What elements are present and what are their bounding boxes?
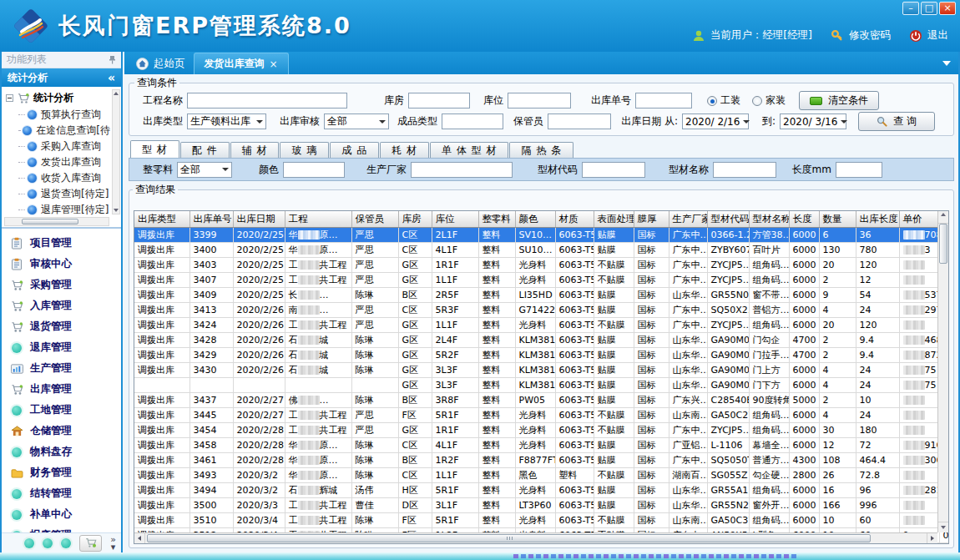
material-tab[interactable]: 配 件 [180,142,230,158]
material-tab[interactable]: 耗 材 [380,142,429,158]
tab-active[interactable]: 发货出库查询 × [194,53,289,74]
tree-item[interactable]: 预算执行查询 [6,107,110,123]
table-row[interactable]: 调拨出库35002020/3/3工共工程曹佳D区3L1F整料LT3P606063… [134,497,949,512]
material-tab[interactable]: 单 体 型 材 [430,142,508,158]
sidebar-item-补单中心[interactable]: 补单中心 [2,504,121,525]
date-from-select[interactable]: 2020/ 2/16 [682,114,749,129]
table-row[interactable]: 调拨出库34452020/2/27工共工程严思F区5R1F整料光身料6063-T… [134,407,949,422]
close-button[interactable]: × [939,2,956,15]
warehouse-input[interactable] [408,93,470,108]
grid-vscroll-thumb[interactable] [939,224,947,264]
column-header[interactable]: 生产厂家 [669,211,707,227]
sidebar-item-仓储管理[interactable]: 仓储管理 [2,421,121,441]
column-header[interactable]: 型材名称 [749,211,789,227]
keeper-input[interactable] [548,114,611,129]
profile-code-input[interactable] [582,162,645,178]
audit-select[interactable]: 全部 [324,114,389,129]
module-dot-icon[interactable] [24,538,34,548]
collapse-icon[interactable]: « [108,71,115,84]
tab-overflow-icon[interactable] [942,61,951,66]
color-input[interactable] [283,162,345,178]
table-row[interactable]: 调拨出库34542020/2/28工共工程严思G区1R1F整料光身料6063-T… [134,422,949,437]
clear-button[interactable]: 清空条件 [799,91,879,110]
column-header[interactable]: 材质 [555,211,594,227]
sidebar-item-出库管理[interactable]: 出库管理 [2,379,121,400]
table-row[interactable]: 调拨出库34932020/3/2华原…陈琳C区1L1F整料黑色塑料不贴膜国标湖南… [134,467,949,482]
column-header[interactable]: 工程 [285,211,351,227]
module-dot-icon[interactable] [43,538,53,548]
module-cart-button[interactable] [79,535,102,552]
table-row[interactable]: 调拨出库34942020/3/2石辉城汤伟H区5R1F整料光身料6063-T5贴… [134,482,949,497]
date-to-select[interactable]: 2020/ 3/16 [780,114,846,129]
product-type-input[interactable] [442,114,503,129]
table-row[interactable]: 调拨出库34032020/2/25工共工程严思G区1R1F整料光身料6063-T… [134,257,949,272]
location-input[interactable] [508,93,571,108]
table-row[interactable]: 调拨出库34302020/2/26石城陈琳G区3L3F整料KLM38176063… [134,362,949,377]
order-no-input[interactable] [635,93,692,108]
material-tab[interactable]: 成 品 [330,142,379,158]
column-header[interactable]: 长度 [789,211,819,227]
column-header[interactable]: 整零料 [478,211,515,227]
sidebar-item-项目管理[interactable]: 项目管理 [2,233,121,254]
column-header[interactable]: 出库日期 [233,211,285,227]
more-modules-button[interactable]: »▾ [110,536,116,551]
tab-close-icon[interactable]: × [270,58,278,70]
sidebar-item-采购管理[interactable]: 采购管理 [2,275,121,295]
table-row[interactable]: 调拨出库34372020/2/27佛…陈琳B区3R8F整料PW056063-T5… [134,392,949,407]
tree-item[interactable]: 退货查询[待定] [6,186,110,202]
sidebar-item-财务管理[interactable]: 财务管理 [2,462,121,483]
minimize-button[interactable]: – [902,2,919,15]
tree-item[interactable]: 发货出库查询 [6,154,110,170]
table-row[interactable]: 调拨出库34292020/2/26石城陈琳G区5R2F整料KLM38176063… [134,347,949,362]
column-header[interactable]: 膜厚 [634,211,669,227]
sidebar-item-报废管理[interactable]: 报废管理 [2,525,121,532]
grid-hscroll-thumb[interactable] [147,534,871,542]
tree-horizontal-scrollbar[interactable] [4,217,109,226]
tab-home[interactable]: 起始页 [128,53,194,74]
sidebar-item-工地管理[interactable]: 工地管理 [2,400,121,421]
table-row[interactable]: 调拨出库34092020/2/25长…陈琳B区2R5F整料LI35HD6063-… [134,287,949,302]
material-tab[interactable]: 玻 璃 [280,142,329,158]
column-header[interactable]: 出库长度 [856,211,899,227]
column-header[interactable]: 型材代码 [707,211,749,227]
search-button[interactable]: 查 询 [858,112,935,131]
material-tab[interactable]: 型 材 [130,140,179,158]
table-row[interactable]: 调拨出库34582020/2/28华原…陈琳C区4L1F整料光身料6063-T5… [134,437,949,452]
pin-icon[interactable] [109,55,116,64]
maximize-button[interactable]: □ [921,2,937,15]
radio-industrial[interactable] [707,96,717,106]
column-header[interactable]: 单价 [899,211,939,227]
sidebar-item-审核中心[interactable]: 审核中心 [2,254,121,275]
length-input[interactable] [836,162,882,178]
table-row[interactable]: 调拨出库35102020/3/4工共工程陈琳F区5R1F整料光身料6063-T5… [134,512,949,527]
tree-root-item[interactable]: 统计分析 [6,89,110,107]
table-row[interactable]: 调拨出库34002020/2/25华原…严思C区4L1F整料SU10…6063-… [134,242,949,257]
column-header[interactable]: 表面处理 [594,211,634,227]
column-header[interactable]: 保管员 [351,211,398,227]
sidebar-item-退库管理[interactable]: 退库管理 [2,337,121,358]
outbound-type-select[interactable]: 生产领料出库 [187,114,266,129]
profile-name-input[interactable] [713,162,776,178]
sidebar-item-入库管理[interactable]: 入库管理 [2,295,121,316]
tree-item[interactable]: 收货入库查询 [6,170,110,186]
tree-item[interactable]: 在途信息查询[待 [6,123,110,139]
tree-expander-icon[interactable] [6,94,13,102]
column-header[interactable]: 数量 [819,211,856,227]
column-header[interactable]: 出库类型 [134,211,189,227]
grid-horizontal-scrollbar[interactable] [134,532,937,543]
tree-item[interactable]: 采购入库查询 [6,139,110,154]
whole-piece-select[interactable]: 全部 [177,162,232,178]
sidebar-item-生产管理[interactable]: 生产管理 [2,358,121,379]
table-row[interactable]: 调拨出库34612020/2/28华原…陈琳B区1R2F整料F8877FT606… [134,452,949,467]
table-row[interactable]: G区3L3F整料KLM38176063-T5贴膜国标山东华…GA90M09…门下… [134,377,949,392]
column-header[interactable]: 颜色 [515,211,555,227]
sidebar-item-结转管理[interactable]: 结转管理 [2,483,121,504]
project-name-input[interactable] [187,93,347,108]
column-header[interactable]: 库房 [398,211,432,227]
table-row[interactable]: 调拨出库34242020/2/26工共工程严思G区1L1F整料光身料6063-T… [134,317,949,332]
table-row[interactable]: 调拨出库33992020/2/25华原…严思C区2L1F整料SV10…6063-… [134,227,949,242]
tree-item[interactable]: 退库管理[待定] [6,202,110,218]
sidebar-section-header[interactable]: 统计分析 « [2,68,121,87]
grid-vertical-scrollbar[interactable] [937,211,948,532]
table-row[interactable]: 调拨出库34072020/2/25工共工程严思G区1L1F整料光身料6063-T… [134,272,949,287]
